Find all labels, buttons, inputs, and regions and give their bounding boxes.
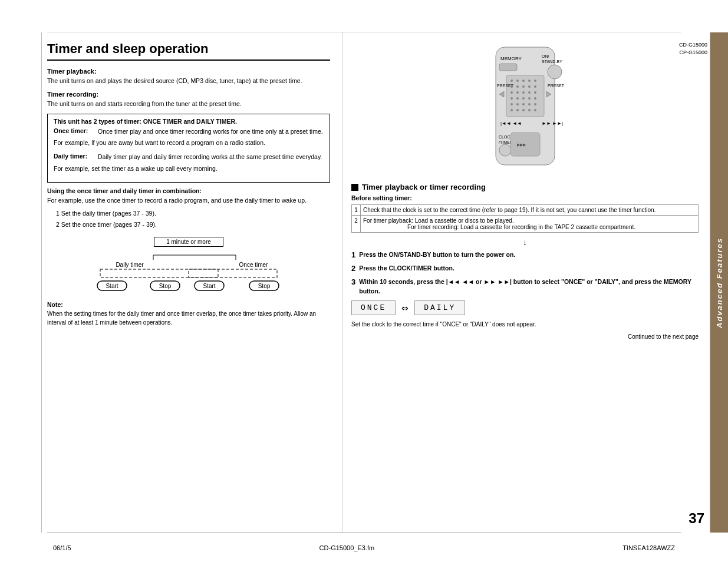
bold-step2-num: 2 (351, 264, 355, 274)
svg-text:▶▶▶: ▶▶▶ (517, 143, 526, 147)
display-boxes: ONCE ⇔ DAILY (351, 300, 699, 315)
svg-point-38 (528, 97, 531, 100)
bold-step3-text: Within 10 seconds, press the |◄◄ ◄◄ or ►… (359, 277, 699, 296)
daily-timer-desc: Daily timer play and daily timer recordi… (98, 153, 322, 162)
arrow-down: ↓ (351, 237, 699, 247)
footer-date: 06/1/5 (53, 544, 71, 551)
display-once: ONCE (351, 300, 396, 315)
timer-diagram-svg: Daily timer Once timer Start Stop (94, 250, 295, 292)
once-timer-example: For example, if you are away but want to… (54, 138, 324, 148)
svg-point-41 (516, 103, 519, 105)
svg-text:►► ►►|: ►► ►►| (542, 121, 563, 126)
display-daily: DAILY (414, 300, 465, 315)
remote-image-area: MEMORY ON/ STAND-BY (351, 41, 699, 177)
step1-text: Check that the clock is set to the corre… (361, 205, 699, 216)
svg-rect-18 (499, 64, 517, 71)
section-title-box: Timer playback or timer recording (351, 183, 699, 191)
note-heading: Note: (47, 301, 330, 308)
once-timer-label: Once timer: (54, 127, 98, 137)
timer-recording-heading: Timer recording: (47, 91, 330, 98)
left-column: Timer and sleep operation CD-G15000 CP-G… (0, 32, 342, 533)
timer-playback-text: The unit turns on and plays the desired … (47, 77, 330, 86)
svg-point-56 (499, 144, 511, 156)
daily-timer-label: Daily timer: (54, 153, 98, 162)
bold-step3-num: 3 (351, 277, 355, 287)
bold-step1-num: 1 (351, 250, 355, 260)
daily-timer-row: Daily timer: Daily timer play and daily … (54, 153, 324, 162)
svg-point-46 (516, 109, 519, 111)
svg-text:STAND-BY: STAND-BY (542, 59, 562, 64)
bold-steps: 1 Press the ON/STAND-BY button to turn t… (351, 250, 699, 296)
continued-text: Continued to the next page (351, 333, 699, 340)
section-square (351, 184, 358, 191)
bold-step-2: 2 Press the CLOCK/TIMER button. (351, 264, 699, 274)
svg-point-30 (510, 91, 513, 94)
step2b-text: For timer recording: Load a cassette for… (363, 224, 696, 230)
tab-label: Advanced Features (715, 237, 724, 328)
combo-heading: Using the once timer and daily timer in … (47, 187, 330, 194)
step2-num: 2 (352, 216, 361, 233)
main-content: Timer and sleep operation CD-G15000 CP-G… (0, 32, 728, 533)
timer-recording-text: The unit turns on and starts recording f… (47, 100, 330, 109)
svg-point-48 (528, 109, 531, 111)
svg-point-35 (510, 97, 513, 100)
combo-step1: 1 Set the daily timer (pages 37 - 39). (56, 209, 330, 219)
svg-rect-3 (100, 269, 218, 277)
svg-point-31 (516, 91, 519, 94)
once-timer-diagram-label: Once timer (239, 262, 269, 268)
svg-point-22 (522, 80, 525, 82)
svg-text:Start: Start (106, 283, 118, 289)
svg-point-32 (522, 91, 525, 94)
svg-point-21 (516, 80, 519, 82)
svg-rect-4 (189, 269, 277, 277)
top-margin (47, 0, 681, 32)
svg-point-47 (522, 109, 525, 111)
table-row: 1 Check that the clock is set to the cor… (352, 205, 699, 216)
num-items: 1 Set the daily timer (pages 37 - 39). 2… (56, 209, 330, 230)
svg-text:PRESET: PRESET (548, 84, 565, 88)
bold-step1-text: Press the ON/STAND-BY button to turn the… (359, 250, 515, 260)
svg-point-36 (516, 97, 519, 100)
svg-text:ON/: ON/ (542, 54, 549, 58)
diagram-area: 1 minute or more Daily timer Once timer (47, 237, 330, 294)
svg-text:|◄◄ ◄◄: |◄◄ ◄◄ (500, 121, 522, 126)
svg-text:PRESET: PRESET (497, 84, 514, 88)
section-main-title: Timer playback or timer recording (362, 183, 486, 191)
minute-label: 1 minute or more (154, 237, 223, 247)
daily-timer-diagram-label: Daily timer (116, 262, 144, 268)
page-container: Timer and sleep operation CD-G15000 CP-G… (0, 0, 728, 562)
once-timer-desc: Once timer play and once timer recording… (98, 127, 323, 137)
svg-point-40 (510, 103, 513, 105)
svg-point-23 (528, 80, 531, 82)
svg-text:Stop: Stop (258, 283, 271, 289)
step2a-text: For timer playback: Load a cassette or d… (363, 217, 696, 224)
svg-point-20 (510, 80, 513, 82)
combo-text: For example, use the once timer to recor… (47, 196, 330, 206)
remote-control-svg: MEMORY ON/ STAND-BY (454, 41, 596, 177)
svg-point-28 (528, 85, 531, 88)
footer-file: CD-G15000_E3.fm (319, 544, 375, 551)
svg-point-45 (510, 109, 513, 111)
svg-point-17 (548, 65, 562, 79)
note-text: When the setting times for the daily tim… (47, 309, 330, 327)
left-margin-line (41, 32, 42, 533)
bold-step2-text: Press the CLOCK/TIMER button. (359, 264, 454, 273)
svg-point-27 (522, 85, 525, 88)
timer-playback-heading: Timer playback: (47, 68, 330, 75)
svg-point-44 (534, 103, 536, 105)
once-timer-row: Once timer: Once timer play and once tim… (54, 127, 324, 137)
table-row: 2 For timer playback: Load a cassette or… (352, 216, 699, 233)
svg-text:Start: Start (203, 283, 215, 289)
right-margin-line (710, 32, 710, 533)
svg-point-26 (516, 85, 519, 88)
arrow-symbol: ⇔ (401, 303, 409, 313)
svg-text:Stop: Stop (159, 283, 172, 289)
step2-text: For timer playback: Load a cassette or d… (361, 216, 699, 233)
svg-point-39 (534, 97, 536, 100)
svg-point-49 (534, 109, 536, 111)
svg-text:MEMORY: MEMORY (500, 56, 522, 61)
steps-table: 1 Check that the clock is set to the cor… (351, 204, 699, 233)
step1-num: 1 (352, 205, 361, 216)
display-note: Set the clock to the correct time if "ON… (351, 320, 699, 329)
svg-point-33 (528, 91, 531, 94)
